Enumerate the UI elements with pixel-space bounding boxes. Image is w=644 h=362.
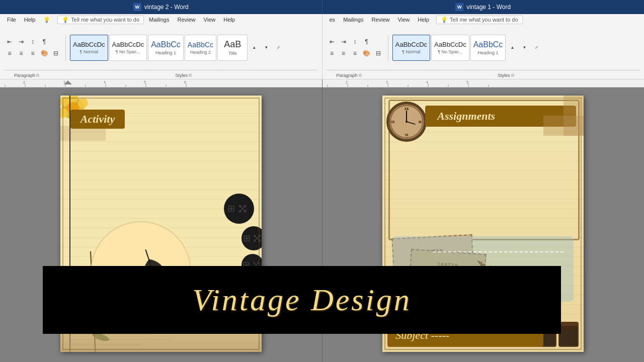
style-nospace-right[interactable]: AaBbCcDc ¶ No Spac... bbox=[431, 35, 469, 61]
sewing-button-1 bbox=[224, 194, 254, 224]
ribbon-controls-left: ⇤ ⇥ ↕ ¶ ≡ ≡ ≡ 🎨 ⊟ AaBbCcDc ¶ Norma bbox=[0, 25, 322, 70]
align-left-icon[interactable]: ≡ bbox=[4, 48, 15, 59]
styles-group-left: AaBbCcDc ¶ Normal AaBbCcDc ¶ No Spac... … bbox=[70, 35, 318, 61]
menu-bar-left: File Help 💡 💡 Tell me what you want to d… bbox=[0, 14, 322, 25]
svg-point-32 bbox=[78, 98, 88, 108]
svg-text:4: 4 bbox=[104, 80, 106, 84]
style-title-left[interactable]: AaB Title bbox=[217, 35, 248, 61]
styles-dropdown-left[interactable]: ⊡ bbox=[189, 73, 192, 77]
style-heading2-label-left: Heading 2 bbox=[190, 50, 211, 55]
vintage-design-banner: Vintage Design bbox=[43, 266, 561, 334]
lightbulb-icon-right: 💡 bbox=[441, 17, 448, 23]
title-bar-right: W vintage 1 - Word bbox=[323, 0, 645, 14]
styles-group-right: AaBbCcDc ¶ Normal AaBbCcDc ¶ No Spac... … bbox=[392, 35, 640, 61]
menu-bar-right: es Mailings Review View Help 💡 Tell me w… bbox=[323, 14, 645, 25]
ribbon-right: es Mailings Review View Help 💡 Tell me w… bbox=[323, 14, 645, 79]
styles-label-right[interactable]: Styles ⊡ bbox=[372, 70, 640, 79]
style-normal-label-left: ¶ Normal bbox=[80, 49, 98, 54]
word-icon-right: W bbox=[455, 3, 463, 11]
style-heading2-left[interactable]: AaBbCc Heading 2 bbox=[185, 35, 216, 61]
paragraph-icon[interactable]: ¶ bbox=[39, 36, 50, 47]
sort-icon[interactable]: ↕ bbox=[27, 36, 38, 47]
menu-mailings2-right[interactable]: Mailings bbox=[340, 16, 366, 24]
style-normal-label-right: ¶ Normal bbox=[402, 49, 420, 54]
menu-help-right[interactable]: Help bbox=[415, 16, 432, 24]
style-normal-right[interactable]: AaBbCcDc ¶ Normal bbox=[392, 35, 431, 61]
align-center-icon[interactable]: ≡ bbox=[16, 48, 27, 59]
style-normal-preview-right: AaBbCcDc bbox=[395, 41, 428, 48]
toolbar-row2-right: ≡ ≡ ≡ 🎨 ⊟ bbox=[327, 48, 384, 59]
tell-me-right[interactable]: 💡 Tell me what you want to do bbox=[436, 16, 523, 24]
menu-view[interactable]: View bbox=[201, 16, 219, 24]
svg-text:3: 3 bbox=[386, 80, 388, 84]
paragraph-dropdown-left[interactable]: ⊡ bbox=[36, 73, 39, 77]
corner-decoration-top-right bbox=[543, 96, 584, 136]
style-heading1-left[interactable]: AaBbCc Heading 1 bbox=[148, 35, 184, 61]
paragraph-icon-right[interactable]: ¶ bbox=[361, 36, 372, 47]
suitcase-3 bbox=[558, 322, 579, 347]
style-normal-preview-left: AaBbCcDc bbox=[73, 41, 105, 48]
ribbon: File Help 💡 💡 Tell me what you want to d… bbox=[0, 14, 644, 79]
tell-me-text-right: Tell me what you want to do bbox=[450, 17, 518, 23]
styles-scroll-down-right[interactable]: ▼ bbox=[519, 42, 530, 53]
style-heading1-preview-right: AaBbCc bbox=[473, 40, 503, 49]
align-center-icon-right[interactable]: ≡ bbox=[338, 48, 349, 59]
border-icon-right[interactable]: ⊟ bbox=[373, 48, 384, 59]
style-title-preview-left: AaB bbox=[224, 39, 241, 50]
style-nospace-label-right: ¶ No Spac... bbox=[438, 49, 462, 54]
ruler-right: 2 3 4 5 bbox=[323, 79, 645, 87]
title-text-right: vintage 1 - Word bbox=[466, 4, 511, 11]
svg-text:2: 2 bbox=[346, 80, 348, 84]
menu-review[interactable]: Review bbox=[174, 16, 198, 24]
styles-dropdown-right[interactable]: ⊡ bbox=[511, 73, 514, 77]
align-left-icon-right[interactable]: ≡ bbox=[327, 48, 338, 59]
menu-view-right[interactable]: View bbox=[395, 16, 413, 24]
toolbar-group-left: ⇤ ⇥ ↕ ¶ ≡ ≡ ≡ 🎨 ⊟ bbox=[4, 36, 61, 59]
tell-me-left[interactable]: 💡 Tell me what you want to do bbox=[57, 16, 144, 24]
svg-text:4: 4 bbox=[426, 80, 428, 84]
indent-increase-icon[interactable]: ⇥ bbox=[16, 36, 27, 47]
ruler-left: 2 3 4 5 6 bbox=[0, 79, 322, 87]
svg-text:5: 5 bbox=[144, 80, 146, 84]
menu-review-right[interactable]: Review bbox=[368, 16, 392, 24]
activity-header: Activity bbox=[70, 110, 125, 129]
styles-scroll-up-left[interactable]: ▲ bbox=[249, 42, 260, 53]
title-text-left: vintage 2 - Word bbox=[144, 4, 189, 11]
align-right-icon[interactable]: ≡ bbox=[27, 48, 38, 59]
border-icon[interactable]: ⊟ bbox=[50, 48, 61, 59]
paragraph-label-right[interactable]: Paragraph ⊡ bbox=[327, 70, 372, 79]
styles-expand-left[interactable]: ⤢ bbox=[273, 42, 284, 53]
shading-icon[interactable]: 🎨 bbox=[39, 48, 50, 59]
word-icon-left: W bbox=[133, 3, 141, 11]
lightbulb-icon-left[interactable]: 💡 bbox=[40, 16, 53, 24]
menu-mailings[interactable]: Mailings bbox=[146, 16, 172, 24]
sort-icon-right[interactable]: ↕ bbox=[350, 36, 361, 47]
shading-icon-right[interactable]: 🎨 bbox=[361, 48, 372, 59]
indent-increase-icon-right[interactable]: ⇥ bbox=[338, 36, 349, 47]
styles-label-left[interactable]: Styles ⊡ bbox=[49, 70, 318, 79]
style-nospace-preview-left: AaBbCcDc bbox=[112, 41, 144, 48]
ribbon-left: File Help 💡 💡 Tell me what you want to d… bbox=[0, 14, 323, 79]
menu-mailings-right[interactable]: es bbox=[327, 16, 339, 24]
styles-expand-right[interactable]: ⤢ bbox=[531, 42, 542, 53]
style-nospace-preview-right: AaBbCcDc bbox=[434, 41, 466, 48]
style-nospace-left[interactable]: AaBbCcDc ¶ No Spac... bbox=[109, 35, 147, 61]
style-normal-left[interactable]: AaBbCcDc ¶ Normal bbox=[70, 35, 108, 61]
menu-help2[interactable]: Help bbox=[220, 16, 238, 24]
svg-text:2: 2 bbox=[23, 80, 25, 84]
indent-decrease-icon-right[interactable]: ⇤ bbox=[327, 36, 338, 47]
style-heading1-label-left: Heading 1 bbox=[155, 50, 176, 55]
style-heading1-right[interactable]: AaBbCc Heading 1 bbox=[470, 35, 506, 61]
styles-scroll-down-left[interactable]: ▼ bbox=[261, 42, 272, 53]
styles-scroll-up-right[interactable]: ▲ bbox=[507, 42, 518, 53]
paragraph-label-left[interactable]: Paragraph ⊡ bbox=[4, 70, 49, 79]
paragraph-dropdown-right[interactable]: ⊡ bbox=[359, 73, 362, 77]
title-bar-left: W vintage 2 - Word bbox=[0, 0, 322, 14]
menu-help-left[interactable]: Help bbox=[21, 16, 39, 24]
toolbar-row1-left: ⇤ ⇥ ↕ ¶ bbox=[4, 36, 61, 47]
indent-decrease-icon[interactable]: ⇤ bbox=[4, 36, 15, 47]
align-right-icon-right[interactable]: ≡ bbox=[350, 48, 361, 59]
style-heading2-preview-left: AaBbCc bbox=[188, 41, 213, 49]
menu-file[interactable]: File bbox=[4, 16, 19, 24]
tell-me-text-left: Tell me what you want to do bbox=[71, 17, 139, 23]
